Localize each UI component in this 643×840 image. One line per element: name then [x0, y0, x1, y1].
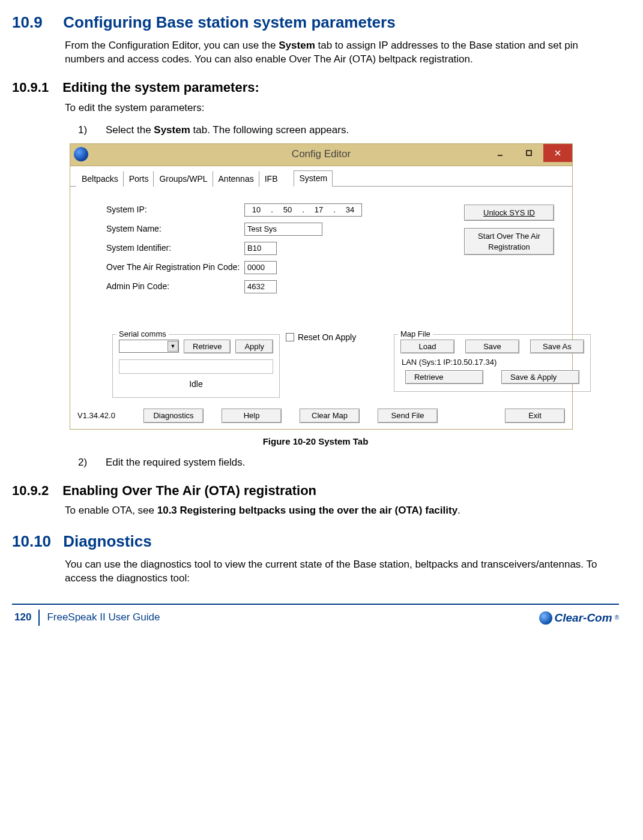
tab-ifb[interactable]: IFB [259, 171, 294, 187]
app-icon [74, 147, 88, 161]
figure-caption: Figure 10-20 System Tab [12, 436, 619, 448]
page-number: 120 [12, 610, 40, 626]
text-bold: System [154, 124, 190, 136]
lan-info: LAN (Sys:1 IP:10.50.17.34) [402, 357, 584, 368]
unlock-sys-id-button[interactable]: Unlock SYS ID [464, 205, 554, 221]
lead-text: To edit the system parameters: [65, 101, 619, 115]
tab-beltpacks[interactable]: Beltpacks [76, 171, 124, 187]
help-button[interactable]: Help [222, 409, 282, 423]
label-ota-pin: Over The Air Registration Pin Code: [106, 262, 244, 273]
exit-button[interactable]: Exit [505, 409, 565, 423]
reset-on-apply-checkbox[interactable]: Reset On Apply [286, 332, 388, 343]
step-1: 1) Select the System tab. The following … [78, 124, 619, 137]
svg-rect-1 [527, 151, 531, 155]
send-file-button[interactable]: Send File [378, 409, 438, 423]
tab-system[interactable]: System [294, 170, 333, 187]
heading-10-9-2: 10.9.2 Enabling Over The Air (OTA) regis… [12, 482, 619, 500]
tab-ports[interactable]: Ports [124, 171, 154, 187]
serial-idle-label: Idle [119, 379, 273, 390]
save-as-button[interactable]: Save As [530, 340, 584, 354]
window-controls [486, 144, 572, 162]
globe-icon [539, 611, 552, 625]
ota-pin-input[interactable] [244, 261, 277, 274]
maximize-button[interactable] [515, 144, 543, 162]
ip-octet-1: 10 [247, 205, 265, 215]
section-title: Editing the system parameters: [62, 80, 259, 95]
serial-status-box [119, 359, 273, 374]
section-title: Enabling Over The Air (OTA) registration [62, 483, 316, 498]
reset-column: Reset On Apply [286, 329, 388, 343]
serial-legend: Serial comms [116, 329, 169, 340]
system-ip-input[interactable]: 10. 50. 17. 34 [244, 203, 362, 217]
section-title: Diagnostics [63, 532, 151, 550]
map-file-group: Map File Load Save Save As LAN (Sys:1 IP… [394, 334, 591, 392]
intro-paragraph: From the Configuration Editor, you can u… [65, 39, 619, 67]
document-title: FreeSpeak II User Guide [47, 611, 160, 625]
row-admin-pin: Admin Pin Code: [106, 280, 558, 293]
page-footer: 120 FreeSpeak II User Guide Clear-Com® [12, 610, 619, 626]
window-title: Config Editor [292, 148, 351, 161]
text-bold: 10.3 Registering beltpacks using the ove… [157, 505, 457, 516]
label-system-ip: System IP: [106, 204, 244, 215]
step-text: Edit the required system fields. [106, 456, 619, 470]
ota-body: To enable OTA, see 10.3 Registering belt… [65, 504, 619, 518]
heading-10-9: 10.9 Configuring Base station system par… [12, 12, 619, 33]
text-bold: System [279, 40, 315, 51]
lower-panel: Serial comms ▼ Retrieve Apply Idle Reset… [106, 329, 558, 398]
diagnostics-button[interactable]: Diagnostics [143, 409, 204, 423]
text: From the Configuration Editor, you can u… [65, 40, 279, 51]
section-number: 10.9.2 [12, 482, 59, 500]
bottom-bar: V1.34.42.0 Diagnostics Help Clear Map Se… [70, 404, 572, 429]
right-button-column: Unlock SYS ID Start Over The Air Registr… [464, 205, 554, 256]
step-number: 2) [78, 456, 106, 470]
section-number: 10.9 [12, 12, 59, 33]
text: To enable OTA, see [65, 505, 157, 516]
serial-port-combo[interactable]: ▼ [119, 340, 179, 353]
ip-octet-3: 17 [310, 205, 328, 215]
minimize-button[interactable] [486, 144, 515, 162]
label-system-name: System Name: [106, 223, 244, 235]
footer-rule [12, 604, 619, 605]
lan-retrieve-button[interactable]: Retrieve [405, 370, 483, 385]
text: . [457, 505, 460, 516]
section-number: 10.9.1 [12, 79, 59, 97]
serial-comms-group: Serial comms ▼ Retrieve Apply Idle [112, 334, 280, 398]
label-admin-pin: Admin Pin Code: [106, 281, 244, 292]
ip-octet-2: 50 [279, 205, 297, 215]
system-name-input[interactable] [244, 223, 322, 236]
text: tab. The following screen appears. [190, 124, 349, 136]
ip-octet-4: 34 [341, 205, 359, 215]
text: Select the [106, 124, 154, 136]
config-editor-window: Config Editor Beltpacks Ports Groups/WPL… [70, 143, 573, 430]
step-text: Select the System tab. The following scr… [106, 124, 619, 137]
tab-antennas[interactable]: Antennas [213, 171, 259, 187]
admin-pin-input[interactable] [244, 280, 277, 293]
tab-groups-wpl[interactable]: Groups/WPL [154, 171, 213, 187]
heading-10-10: 10.10 Diagnostics [12, 531, 619, 552]
system-tab-pane: System IP: 10. 50. 17. 34 System Name: S… [70, 187, 572, 404]
tab-strip: Beltpacks Ports Groups/WPL Antennas IFB … [70, 166, 572, 187]
reset-on-apply-label: Reset On Apply [298, 332, 356, 343]
heading-10-9-1: 10.9.1 Editing the system parameters: [12, 79, 619, 97]
registered-mark: ® [615, 614, 619, 622]
save-and-apply-button[interactable]: Save & Apply [501, 370, 579, 385]
brand-logo: Clear-Com® [539, 610, 619, 626]
titlebar: Config Editor [70, 144, 572, 166]
section-number: 10.10 [12, 531, 59, 552]
apply-button[interactable]: Apply [235, 340, 273, 354]
clear-map-button[interactable]: Clear Map [300, 409, 360, 423]
close-button[interactable] [543, 144, 572, 162]
version-label: V1.34.42.0 [77, 410, 125, 421]
row-ota-pin: Over The Air Registration Pin Code: [106, 261, 558, 274]
retrieve-button[interactable]: Retrieve [184, 340, 231, 354]
checkbox-icon [286, 333, 294, 341]
system-identifier-input[interactable] [244, 242, 277, 255]
load-button[interactable]: Load [400, 340, 454, 354]
diagnostics-body: You can use the diagnostics tool to view… [65, 558, 619, 586]
start-ota-registration-button[interactable]: Start Over The Air Registration [464, 228, 554, 255]
label-system-identifier: System Identifier: [106, 242, 244, 254]
brand-name: Clear-Com [555, 610, 612, 626]
step-2: 2) Edit the required system fields. [78, 456, 619, 470]
section-title: Configuring Base station system paramete… [63, 13, 395, 31]
save-button[interactable]: Save [465, 340, 519, 354]
